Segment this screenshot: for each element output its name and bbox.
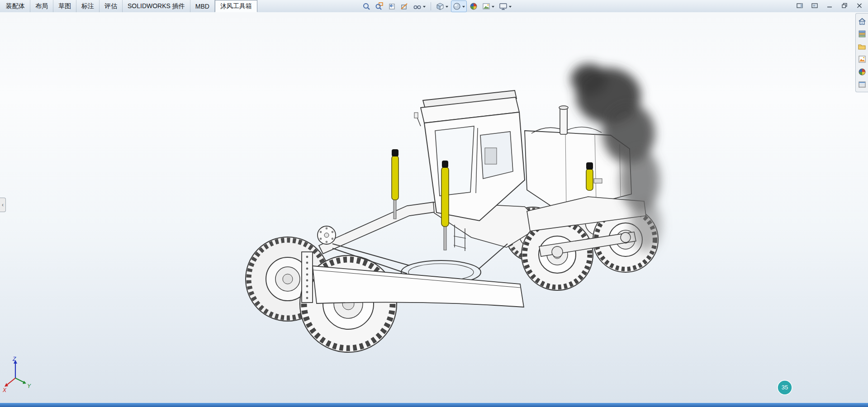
appearances-ball-icon [858,67,867,76]
chevron-down-icon [462,6,465,9]
magnifier-area-icon [375,2,383,10]
solidworks-resources-button[interactable] [857,16,867,26]
bogie-hub-front [552,246,563,257]
chevron-down-icon [509,6,512,9]
tab-sketch[interactable]: 草图 [53,0,76,12]
properties-table-icon [858,80,867,89]
feature-panel-collapse-tab[interactable]: ‹ [0,198,6,212]
glasses-icon [413,2,422,10]
apply-scene-button[interactable] [480,0,496,12]
title-ribbon-bar: 装配体 布局 草图 标注 评估 SOLIDWORKS 插件 MBD 沐风工具箱 [0,0,868,13]
monitor-icon [499,2,508,10]
task-pane [855,13,868,92]
graphics-viewport[interactable] [0,12,868,403]
hydraulic-cylinder-left [392,149,398,219]
home-icon [858,17,867,26]
bottom-status-strip [0,403,868,407]
reference-triad: Z X Y [2,356,35,393]
restore-icon [841,3,848,9]
view-palette-button[interactable] [857,54,867,64]
dock-window-button[interactable] [796,2,804,9]
z-axis-label: Z [12,356,16,362]
edit-appearance-button[interactable] [468,0,479,12]
display-style-button[interactable] [451,0,467,12]
float-panel-icon [811,3,818,9]
recorder-badge[interactable]: 35 [776,379,793,396]
chevron-down-icon [423,6,426,9]
view-orientation-button[interactable] [434,0,450,12]
tab-layout[interactable]: 布局 [30,0,53,12]
gooseneck-frame [319,202,435,254]
bogie-hub-back [621,232,631,242]
previous-view-icon [388,2,396,10]
chevron-down-icon [492,6,494,9]
float-window-button[interactable] [811,2,819,9]
hydraulic-cylinder-right [441,161,449,250]
collapse-arrow-icon: ‹ [2,202,4,208]
tab-solidworks-addins[interactable]: SOLIDWORKS 插件 [123,0,190,12]
tab-annotation[interactable]: 标注 [76,0,100,12]
file-explorer-button[interactable] [857,41,867,52]
tab-mufeng-toolbox[interactable]: 沐风工具箱 [215,0,257,12]
window-controls [796,2,863,9]
view-palette-icon [858,55,867,64]
minimize-button[interactable] [825,2,834,9]
close-icon [856,3,863,9]
folder-icon [858,42,867,51]
exhaust-stack [559,106,568,134]
close-button[interactable] [855,2,863,9]
x-axis-label: X [2,387,7,393]
custom-properties-button[interactable] [857,79,867,90]
shaded-sphere-icon [453,2,461,10]
design-library-button[interactable] [857,28,867,39]
model-motor-grader [0,12,868,403]
zoom-to-area-button[interactable] [373,0,385,12]
section-view-icon [400,2,408,10]
tab-assembly[interactable]: 装配体 [1,0,30,12]
magnifier-icon [362,2,370,10]
tab-evaluate[interactable]: 评估 [100,0,123,12]
zoom-to-fit-button[interactable] [360,0,372,12]
previous-view-button[interactable] [386,0,398,12]
books-stack-icon [858,29,867,38]
view-settings-button[interactable] [497,0,513,12]
minimize-icon [826,3,833,9]
tab-mbd[interactable]: MBD [190,0,215,12]
section-view-button[interactable] [398,0,410,12]
heads-up-view-toolbar [360,1,513,11]
appearances-scenes-button[interactable] [857,66,867,77]
toolbar-separator [431,2,431,10]
restore-button[interactable] [840,2,849,9]
y-axis-label: Y [27,383,31,389]
dynamic-annotation-views-button[interactable] [411,0,427,12]
windshield [435,126,474,196]
appearance-ball-icon [470,2,478,10]
scene-icon [482,2,490,10]
solidworks-window: 装配体 布局 草图 标注 评估 SOLIDWORKS 插件 MBD 沐风工具箱 [0,0,868,407]
ribbon-tab-bar: 装配体 布局 草图 标注 评估 SOLIDWORKS 插件 MBD 沐风工具箱 [1,0,257,12]
dock-panel-icon [797,3,803,9]
badge-count: 35 [782,384,788,391]
cube-icon [436,2,444,10]
chevron-down-icon [446,6,448,9]
front-pivot-flange [318,226,336,244]
